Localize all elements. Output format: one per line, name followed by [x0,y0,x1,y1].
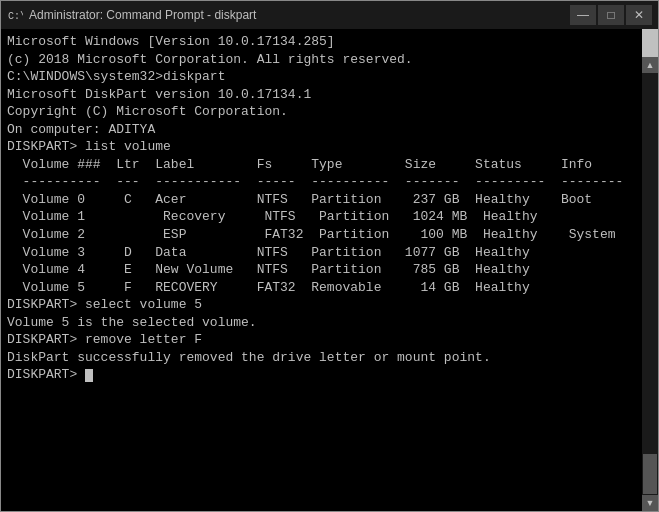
svg-text:C:\: C:\ [8,11,23,22]
terminal-line: Volume 1 Recovery NTFS Partition 1024 MB… [7,208,636,226]
terminal-line: Volume 5 F RECOVERY FAT32 Removable 14 G… [7,279,636,297]
terminal-line: DISKPART> select volume 5 [7,296,636,314]
scroll-track [642,73,658,495]
terminal-line: DISKPART> list volume [7,138,636,156]
maximize-button[interactable]: □ [598,5,624,25]
title-bar: C:\ Administrator: Command Prompt - disk… [1,1,658,29]
terminal-line: Copyright (C) Microsoft Corporation. [7,103,636,121]
terminal-line: Microsoft Windows [Version 10.0.17134.28… [7,33,636,51]
scroll-thumb[interactable] [643,454,657,494]
terminal-line: DISKPART> [7,366,636,384]
scrollbar[interactable]: ▲ ▼ [642,57,658,511]
terminal-content: Microsoft Windows [Version 10.0.17134.28… [7,33,636,507]
terminal-line: Volume 5 is the selected volume. [7,314,636,332]
window-title: Administrator: Command Prompt - diskpart [29,8,570,22]
cursor [85,369,93,382]
terminal-line: Microsoft DiskPart version 10.0.17134.1 [7,86,636,104]
terminal-line: Volume 4 E New Volume NTFS Partition 785… [7,261,636,279]
scroll-down-button[interactable]: ▼ [642,495,658,511]
terminal-line: Volume 3 D Data NTFS Partition 1077 GB H… [7,244,636,262]
window-inner: Microsoft Windows [Version 10.0.17134.28… [1,29,658,511]
terminal-area[interactable]: Microsoft Windows [Version 10.0.17134.28… [1,29,642,511]
terminal-line: Volume 0 C Acer NTFS Partition 237 GB He… [7,191,636,209]
minimize-button[interactable]: — [570,5,596,25]
main-window: C:\ Administrator: Command Prompt - disk… [0,0,659,512]
terminal-line: ---------- --- ----------- ----- -------… [7,173,636,191]
terminal-line: C:\WINDOWS\system32>diskpart [7,68,636,86]
window-controls: — □ ✕ [570,5,652,25]
scroll-up-button[interactable]: ▲ [642,57,658,73]
terminal-line: Volume 2 ESP FAT32 Partition 100 MB Heal… [7,226,636,244]
cmd-icon: C:\ [7,7,23,23]
terminal-line: On computer: ADITYA [7,121,636,139]
terminal-line: (c) 2018 Microsoft Corporation. All righ… [7,51,636,69]
terminal-line: DiskPart successfully removed the drive … [7,349,636,367]
terminal-line: DISKPART> remove letter F [7,331,636,349]
close-button[interactable]: ✕ [626,5,652,25]
terminal-line: Volume ### Ltr Label Fs Type Size Status… [7,156,636,174]
